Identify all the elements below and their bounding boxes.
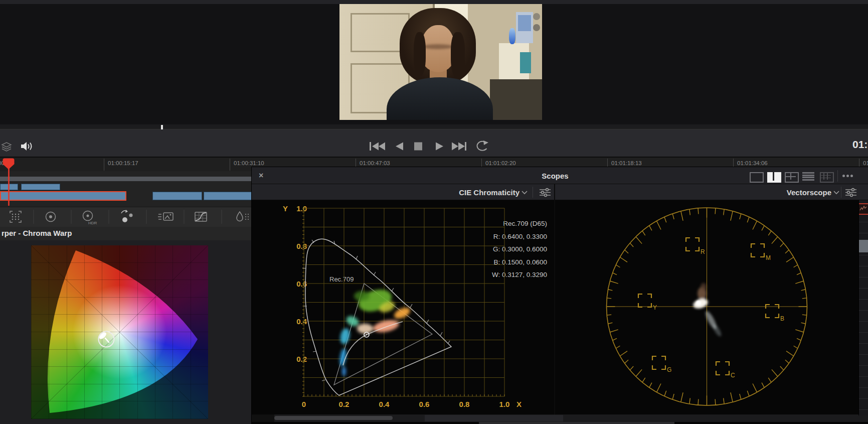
layout-stacked-icon[interactable] — [802, 172, 814, 181]
panel-title: rper - Chroma Warp — [2, 229, 72, 237]
ruler-timecode: 01:01:02:20 — [485, 160, 516, 166]
ruler-timecode: 01:00:15:17 — [108, 160, 138, 166]
titlebar-divider — [837, 170, 838, 182]
header-divider — [533, 187, 533, 198]
ruler-tick — [104, 159, 104, 171]
clip-selected[interactable] — [0, 191, 126, 201]
right-sidebar-strip — [858, 200, 868, 415]
cie-gamut-label: Rec.709 — [329, 275, 354, 283]
ruler-timecode: 01:00:47:03 — [360, 160, 390, 166]
cie-y-tick: 0.6 — [287, 279, 307, 288]
readout-r: R: 0.6400, 0.3300 — [447, 230, 547, 243]
readout-b: B: 0.1500, 0.0600 — [447, 256, 547, 269]
scope-panel-divider — [554, 184, 555, 414]
h-scrollbar-thumb[interactable] — [274, 416, 393, 420]
clip[interactable] — [152, 192, 202, 200]
application-window: 01: 01:00:0001:00:15:1701:00:31:1001:00:… — [0, 0, 868, 424]
layout-two-up-icon[interactable] — [767, 172, 781, 183]
layout-grid-icon[interactable] — [820, 172, 834, 183]
scope-settings-icon[interactable] — [844, 188, 857, 197]
waveform-icon — [859, 204, 868, 214]
video-shelf — [490, 79, 542, 120]
ruler-timecode: 01:01:34:06 — [737, 160, 768, 166]
chevron-down-icon[interactable] — [833, 191, 839, 195]
header-divider — [841, 187, 841, 198]
viewer-scrub-bar[interactable] — [0, 124, 868, 129]
ruler-tick — [230, 159, 230, 171]
readout-g: G: 0.3000, 0.6000 — [447, 243, 547, 256]
timecode-display: 01: — [852, 138, 867, 151]
clip[interactable] — [204, 192, 252, 200]
cie-y-tick: 1.0 — [287, 204, 307, 213]
readout-w: W: 0.3127, 0.3290 — [447, 268, 547, 281]
readout-title: Rec.709 (D65) — [447, 217, 547, 230]
layout-single-icon[interactable] — [750, 172, 764, 183]
ruler-timecode: 01:00:00 — [0, 160, 5, 166]
cie-x-tick: 0.8 — [453, 400, 475, 408]
bottom-mini-panel[interactable] — [425, 415, 563, 421]
layout-quad-icon[interactable] — [785, 172, 799, 183]
transport-bar — [0, 129, 868, 157]
clip[interactable] — [21, 184, 60, 190]
top-strip — [0, 0, 868, 4]
sidebar-active-cell[interactable] — [859, 240, 868, 252]
viewer-video — [339, 4, 542, 120]
cie-x-axis-title: X — [516, 400, 522, 408]
warper-grid — [31, 245, 208, 419]
scope-settings-icon[interactable] — [539, 188, 552, 197]
cie-x-tick: 0.4 — [373, 400, 395, 408]
ruler-timecode: 01:01:18:13 — [611, 160, 642, 166]
grading-toolbar — [0, 207, 252, 227]
scopes-bottom-left — [252, 414, 274, 422]
cie-x-tick: 1.0 — [493, 400, 515, 408]
scope-content — [252, 200, 858, 414]
cie-readout: Rec.709 (D65) R: 0.6400, 0.3300 G: 0.300… — [447, 217, 547, 281]
timeline-scroll-bar[interactable] — [0, 177, 252, 181]
more-options-icon[interactable] — [842, 175, 854, 178]
clip[interactable] — [0, 184, 18, 190]
scope-type-cie[interactable]: CIE Chromaticity — [419, 188, 519, 197]
cie-x-tick: 0.6 — [413, 400, 435, 408]
chevron-down-icon[interactable] — [522, 191, 528, 195]
cie-x-tick: 0 — [293, 400, 315, 408]
scope-type-vectorscope[interactable]: Vectorscope — [731, 188, 831, 197]
cie-x-tick: 0.2 — [333, 400, 355, 408]
bottom-strip-segment — [479, 422, 674, 424]
ruler-timecode: 01: — [863, 160, 868, 166]
video-sign — [520, 52, 531, 73]
cie-y-tick: 0.2 — [287, 355, 307, 363]
cie-y-tick: 0.8 — [287, 242, 307, 250]
viewer-area — [0, 4, 868, 124]
cie-y-tick: 0.4 — [287, 317, 307, 326]
ruler-timecode: 01:00:31:10 — [234, 160, 264, 166]
sidebar-waveform-cell[interactable] — [859, 203, 868, 215]
video-bottle — [509, 28, 515, 44]
